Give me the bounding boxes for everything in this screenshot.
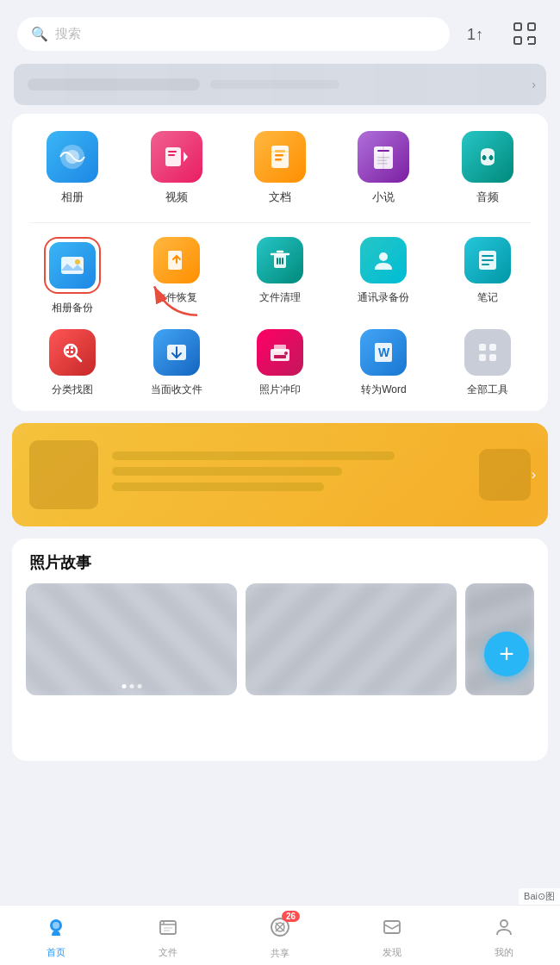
app-icons-row: 相册 视频 [21, 131, 539, 205]
home-label: 首页 [47, 946, 65, 959]
banner-image-2 [479, 449, 531, 501]
story-section-header: 照片故事 [12, 539, 548, 583]
app-item-video[interactable]: 视频 [134, 131, 220, 205]
receive-file-icon [153, 329, 200, 376]
share-badge-count: 26 [282, 911, 300, 922]
svg-rect-44 [66, 346, 69, 349]
all-tools-label: 全部工具 [467, 383, 508, 397]
contacts-backup-label: 通讯录备份 [358, 290, 409, 305]
fab-add-button[interactable]: + [484, 632, 529, 676]
tool-receive-file[interactable]: 当面收文件 [134, 329, 220, 397]
middle-banner-chevron-icon: › [532, 467, 536, 482]
svg-rect-58 [479, 354, 486, 361]
docs-label: 文档 [269, 190, 291, 205]
tool-photo-print[interactable]: 照片冲印 [237, 329, 323, 397]
svg-text:W: W [378, 346, 390, 359]
svg-rect-69 [384, 921, 400, 933]
tool-notes[interactable]: 笔记 [445, 237, 531, 315]
share-label: 共享 [271, 947, 289, 960]
audio-label: 音频 [476, 190, 499, 205]
divider-1 [29, 222, 531, 223]
photo-story-section: 照片故事 + [12, 539, 548, 761]
app-item-album[interactable]: 相册 [29, 131, 115, 205]
svg-rect-2 [528, 23, 535, 30]
discover-icon [382, 917, 402, 943]
dot [137, 684, 141, 688]
svg-rect-57 [489, 344, 496, 351]
dot [129, 684, 134, 688]
tool-to-word[interactable]: W 转为Word [340, 329, 426, 397]
photo-print-label: 照片冲印 [259, 383, 301, 397]
video-label: 视频 [165, 190, 188, 205]
app-item-audio[interactable]: 音频 [445, 131, 531, 205]
files-icon [158, 917, 178, 943]
tool-classify-find[interactable]: 分类找图 [29, 329, 115, 397]
tool-file-clean[interactable]: 文件清理 [237, 237, 323, 315]
album-backup-label: 相册备份 [52, 301, 93, 315]
album-backup-icon [49, 242, 96, 289]
dot [121, 684, 126, 688]
svg-rect-1 [514, 23, 521, 30]
file-clean-label: 文件清理 [259, 290, 301, 305]
tools-row-1: 相册备份 文件恢复 [21, 237, 539, 315]
story-grid [12, 583, 548, 709]
tool-all-tools[interactable]: 全部工具 [445, 329, 531, 397]
story-section-title: 照片故事 [29, 552, 91, 573]
svg-rect-3 [514, 37, 521, 44]
mine-icon [494, 917, 514, 943]
files-label: 文件 [159, 946, 177, 959]
header: 🔍 搜索 1↑ [0, 0, 560, 60]
nav-home[interactable]: 首页 [0, 912, 112, 959]
tool-album-backup[interactable]: 相册备份 [29, 237, 115, 315]
svg-text:1↑: 1↑ [467, 26, 483, 43]
svg-rect-52 [274, 355, 286, 358]
story-dots-1 [121, 684, 141, 688]
scan-icon[interactable] [507, 16, 543, 52]
top-banner[interactable]: › [14, 64, 546, 105]
svg-point-29 [75, 259, 80, 265]
svg-marker-11 [184, 152, 188, 162]
nav-share[interactable]: 26 共享 [224, 911, 336, 960]
app-item-docs[interactable]: 文档 [237, 131, 323, 205]
receive-file-label: 当面收文件 [151, 383, 202, 397]
svg-rect-16 [275, 154, 283, 157]
file-clean-icon [257, 237, 303, 283]
fab-plus-icon: + [499, 641, 514, 667]
svg-line-43 [75, 355, 81, 361]
svg-rect-30 [168, 251, 182, 270]
video-icon [151, 131, 202, 183]
svg-rect-28 [61, 257, 84, 274]
svg-rect-13 [168, 154, 175, 156]
svg-rect-51 [274, 345, 286, 352]
nav-files[interactable]: 文件 [112, 912, 224, 959]
discover-label: 发现 [383, 946, 401, 959]
svg-rect-45 [71, 346, 73, 349]
svg-rect-47 [71, 351, 73, 353]
nav-discover[interactable]: 发现 [336, 912, 448, 959]
share-badge: 26 [269, 916, 291, 943]
app-item-novel[interactable]: 小说 [340, 131, 426, 205]
share-icon [269, 921, 291, 943]
home-icon [46, 917, 66, 943]
nav-mine[interactable]: 我的 [448, 912, 560, 959]
story-card-2[interactable] [246, 583, 457, 695]
svg-rect-24 [377, 160, 387, 162]
contacts-backup-icon [360, 237, 407, 283]
search-bar[interactable]: 🔍 搜索 [17, 17, 450, 51]
middle-banner[interactable]: › [12, 423, 548, 526]
svg-point-61 [53, 922, 59, 929]
file-recovery-icon [153, 237, 200, 283]
story-card-1[interactable] [26, 583, 237, 695]
svg-point-70 [501, 920, 507, 927]
novel-icon [358, 131, 409, 183]
classify-find-icon [49, 329, 96, 376]
svg-rect-12 [168, 151, 177, 153]
sort-icon[interactable]: 1↑ [460, 16, 496, 52]
svg-rect-17 [275, 159, 282, 161]
mine-label: 我的 [495, 946, 513, 959]
tool-contacts-backup[interactable]: 通讯录备份 [340, 237, 426, 315]
banner-chevron-icon: › [532, 78, 536, 91]
svg-rect-25 [377, 163, 388, 165]
banner-text-group [112, 451, 465, 498]
search-icon: 🔍 [31, 26, 48, 42]
